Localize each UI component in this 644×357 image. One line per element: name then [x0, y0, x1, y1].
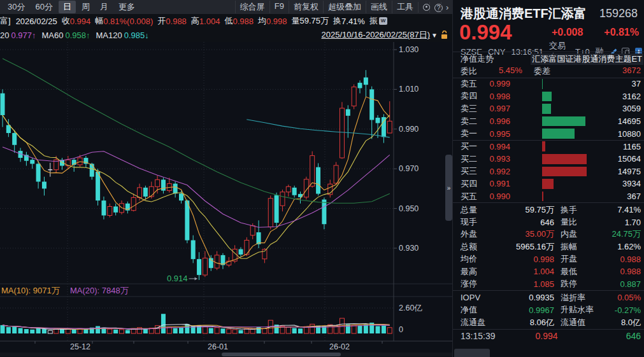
expand-toolbar-button[interactable]: ›: [441, 2, 452, 13]
stat-value: 24.75万: [603, 228, 641, 240]
depth-bar: [542, 92, 552, 102]
volume-axis-zero: 0: [399, 325, 403, 334]
bid-row[interactable]: 买二0.99315064: [461, 153, 641, 165]
stat-label: 净值: [461, 304, 500, 316]
stat-value: 0.998: [500, 255, 554, 264]
volume-ma-legend: MA(20): 7848万: [70, 286, 129, 295]
iopv-grid: IOPV0.9935溢折率0.05%净值0.9967升贴水率-0.27%流通盘8…: [453, 291, 644, 329]
bid-row[interactable]: 买三0.99214975: [461, 165, 641, 178]
depth-bar-track: [542, 92, 587, 102]
down-candle: [1, 94, 5, 115]
bid-row[interactable]: 买四0.9913934: [461, 178, 641, 190]
ask-qty: 3162: [622, 92, 641, 101]
field-label: 开: [157, 15, 166, 27]
tab-60分[interactable]: 60分: [31, 1, 57, 13]
down-candle: [42, 181, 47, 188]
volume-bar: [120, 330, 124, 333]
settings-button[interactable]: [418, 2, 429, 13]
depth-bar: [542, 192, 543, 202]
depth-bar-track: [542, 192, 587, 202]
depth-bar: [542, 79, 543, 89]
candlestick-chart[interactable]: 1.0301.0100.9900.9700.9500.9300.914MA(10…: [0, 42, 452, 357]
tick-volume: 646: [575, 331, 641, 341]
bid-row[interactable]: 买五0.990367: [461, 190, 641, 203]
tool-画线[interactable]: 画线: [366, 1, 392, 13]
tab-周[interactable]: 周: [77, 1, 94, 13]
tool-综合屏[interactable]: 综合屏: [235, 1, 269, 13]
last-tick-row: 13:15:39 0.994 646: [461, 331, 641, 341]
unlock-icon[interactable]: [440, 31, 448, 39]
depth-bar-track: [542, 154, 587, 164]
ask-row[interactable]: 卖四0.9983162: [461, 90, 641, 103]
ma5-line: [3, 97, 390, 264]
price-change-pct: +0.81%: [588, 27, 639, 38]
bid-qty: 1165: [623, 142, 641, 151]
stat-label: 振幅: [554, 241, 603, 253]
ask-row[interactable]: 卖三0.9973059: [461, 102, 641, 115]
down-candle: [239, 249, 243, 255]
nav-label[interactable]: 净值走势: [461, 53, 494, 65]
ask-label: 卖二: [461, 116, 482, 127]
help-button[interactable]: ?: [429, 2, 441, 13]
tab-月[interactable]: 月: [96, 1, 113, 13]
chevron-right-icon: ›: [446, 3, 448, 12]
tab-30分[interactable]: 30分: [3, 1, 29, 13]
ask-queue: 卖五0.99937卖四0.9983162卖三0.9973059卖二0.99614…: [453, 78, 644, 140]
date-range-control[interactable]: 2025/10/16-2026/02/25(87日) ▼: [322, 29, 452, 41]
volume-bar: [387, 328, 392, 333]
date-range-label[interactable]: 2025/10/16-2026/02/25(87日): [322, 29, 431, 41]
ma-label: 20: [0, 31, 9, 40]
volume-bar: [1, 325, 5, 333]
tick-price: 0.994: [518, 331, 575, 341]
tool-工具[interactable]: 工具: [392, 1, 418, 13]
stat-row: 流通盘8.06亿流通值8.0亿: [461, 316, 641, 328]
tool-超级叠加[interactable]: 超级叠加: [323, 1, 366, 13]
tool-F9[interactable]: F9: [269, 1, 289, 13]
down-candle: [90, 164, 94, 176]
volume-bar: [48, 330, 52, 333]
cut-label: 富]: [0, 15, 11, 27]
field-value: 1.004: [199, 17, 220, 26]
depth-bar-track: [542, 179, 587, 189]
divider: [453, 202, 644, 203]
quote-info-bar: 富]2026/02/25收0.994幅0.81%(0.008)开0.988高1.…: [0, 14, 452, 28]
stat-value: 0.988: [603, 267, 641, 276]
stat-label: 最高: [461, 266, 500, 277]
depth-bar-track: [542, 129, 587, 139]
stat-value: 35.00万: [500, 228, 554, 240]
volume-bar: [72, 330, 76, 333]
ask-label: 卖一: [461, 128, 482, 139]
volume-bar: [125, 330, 130, 333]
ask-row[interactable]: 卖二0.99614695: [461, 115, 641, 128]
y-axis-label: 0.950: [399, 204, 419, 213]
field-label: 高: [191, 15, 199, 27]
stat-label: 现手: [461, 216, 500, 228]
nav-row: 净值走势 汇添富国证港股通消费主题ET: [461, 53, 643, 65]
period-toolbar: 30分60分日周月更多 综合屏F9前复权超级叠加画线工具 ? ›: [0, 0, 452, 14]
volume-bar: [358, 326, 362, 333]
ask-row[interactable]: 卖五0.99937: [461, 78, 641, 90]
double-chevron-icon: »: [447, 185, 451, 192]
stat-label: 总量: [461, 204, 500, 216]
field-label: 振: [369, 15, 378, 27]
volume-bar: [173, 328, 178, 333]
panel-bottom-tab[interactable]: [454, 349, 490, 357]
field-label: 均: [258, 15, 266, 27]
tool-前复权[interactable]: 前复权: [289, 1, 323, 13]
tab-日[interactable]: 日: [59, 1, 76, 13]
depth-bar: [542, 116, 585, 127]
bid-row[interactable]: 买一0.9941165: [461, 140, 641, 153]
up-candle: [334, 165, 338, 183]
ask-row[interactable]: 卖一0.99510880: [461, 127, 641, 140]
volume-bar: [6, 327, 11, 333]
stat-value: 0.05%: [603, 293, 641, 302]
volume-bar: [352, 325, 356, 333]
scrollbar-thumb[interactable]: [222, 353, 341, 356]
stat-value: 59.75万: [500, 204, 554, 216]
wp-badge-icon[interactable]: W: [379, 17, 387, 25]
volume-bar: [298, 328, 303, 333]
field-label: 收: [62, 15, 70, 27]
tab-更多[interactable]: 更多: [114, 1, 140, 13]
down-candle: [143, 188, 148, 197]
bid-label: 买五: [461, 191, 482, 202]
